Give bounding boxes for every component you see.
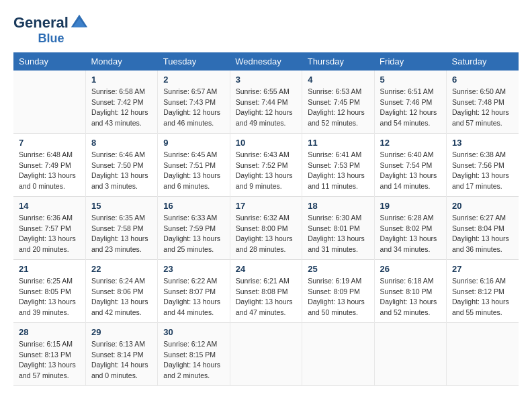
col-header-thursday: Thursday	[302, 52, 374, 71]
day-number: 28	[19, 327, 80, 337]
day-info: Sunrise: 6:24 AM Sunset: 8:06 PM Dayligh…	[91, 276, 152, 318]
day-number: 13	[452, 138, 513, 148]
day-cell: 23Sunrise: 6:22 AM Sunset: 8:07 PM Dayli…	[158, 259, 230, 322]
col-header-tuesday: Tuesday	[158, 52, 230, 71]
day-info: Sunrise: 6:36 AM Sunset: 7:57 PM Dayligh…	[19, 213, 80, 255]
day-cell: 7Sunrise: 6:48 AM Sunset: 7:49 PM Daylig…	[13, 133, 85, 196]
day-info: Sunrise: 6:55 AM Sunset: 7:44 PM Dayligh…	[236, 87, 296, 129]
col-header-friday: Friday	[374, 52, 446, 71]
day-info: Sunrise: 6:33 AM Sunset: 7:59 PM Dayligh…	[163, 213, 224, 255]
day-number: 3	[236, 75, 296, 85]
day-info: Sunrise: 6:16 AM Sunset: 8:12 PM Dayligh…	[452, 276, 513, 318]
day-cell: 3Sunrise: 6:55 AM Sunset: 7:44 PM Daylig…	[230, 71, 302, 134]
day-cell	[230, 322, 302, 385]
day-number: 5	[380, 75, 441, 85]
day-info: Sunrise: 6:12 AM Sunset: 8:15 PM Dayligh…	[163, 339, 224, 381]
day-cell: 11Sunrise: 6:41 AM Sunset: 7:53 PM Dayli…	[302, 133, 374, 196]
day-info: Sunrise: 6:21 AM Sunset: 8:08 PM Dayligh…	[236, 276, 296, 318]
day-cell: 14Sunrise: 6:36 AM Sunset: 7:57 PM Dayli…	[13, 196, 85, 259]
day-number: 16	[163, 201, 224, 211]
day-info: Sunrise: 6:30 AM Sunset: 8:01 PM Dayligh…	[308, 213, 368, 255]
day-cell: 1Sunrise: 6:58 AM Sunset: 7:42 PM Daylig…	[85, 71, 157, 134]
day-cell: 18Sunrise: 6:30 AM Sunset: 8:01 PM Dayli…	[302, 196, 374, 259]
day-cell: 20Sunrise: 6:27 AM Sunset: 8:04 PM Dayli…	[447, 196, 519, 259]
col-header-monday: Monday	[85, 52, 157, 71]
day-info: Sunrise: 6:48 AM Sunset: 7:49 PM Dayligh…	[19, 150, 80, 192]
column-headers: SundayMondayTuesdayWednesdayThursdayFrid…	[13, 52, 519, 71]
day-number: 2	[163, 75, 224, 85]
day-info: Sunrise: 6:15 AM Sunset: 8:13 PM Dayligh…	[19, 339, 80, 381]
day-number: 9	[163, 138, 224, 148]
calendar-body: 1Sunrise: 6:58 AM Sunset: 7:42 PM Daylig…	[13, 71, 519, 386]
day-number: 23	[163, 264, 224, 274]
day-number: 30	[163, 327, 224, 337]
day-info: Sunrise: 6:51 AM Sunset: 7:46 PM Dayligh…	[380, 87, 441, 129]
day-number: 19	[380, 201, 441, 211]
col-header-saturday: Saturday	[447, 52, 519, 71]
day-info: Sunrise: 6:19 AM Sunset: 8:09 PM Dayligh…	[308, 276, 368, 318]
day-number: 22	[91, 264, 152, 274]
week-row-5: 28Sunrise: 6:15 AM Sunset: 8:13 PM Dayli…	[13, 322, 519, 385]
day-cell: 29Sunrise: 6:13 AM Sunset: 8:14 PM Dayli…	[85, 322, 157, 385]
day-number: 18	[308, 201, 368, 211]
day-info: Sunrise: 6:58 AM Sunset: 7:42 PM Dayligh…	[91, 87, 152, 129]
page-header: General Blue	[13, 13, 519, 46]
logo-text: General	[13, 15, 69, 31]
day-cell: 8Sunrise: 6:46 AM Sunset: 7:50 PM Daylig…	[85, 133, 157, 196]
day-number: 14	[19, 201, 80, 211]
day-number: 20	[452, 201, 513, 211]
day-cell: 30Sunrise: 6:12 AM Sunset: 8:15 PM Dayli…	[158, 322, 230, 385]
day-info: Sunrise: 6:46 AM Sunset: 7:50 PM Dayligh…	[91, 150, 152, 192]
day-info: Sunrise: 6:13 AM Sunset: 8:14 PM Dayligh…	[91, 339, 152, 381]
day-cell: 24Sunrise: 6:21 AM Sunset: 8:08 PM Dayli…	[230, 259, 302, 322]
col-header-wednesday: Wednesday	[230, 52, 302, 71]
day-cell: 17Sunrise: 6:32 AM Sunset: 8:00 PM Dayli…	[230, 196, 302, 259]
day-number: 17	[236, 201, 296, 211]
day-cell: 26Sunrise: 6:18 AM Sunset: 8:10 PM Dayli…	[374, 259, 446, 322]
day-info: Sunrise: 6:50 AM Sunset: 7:48 PM Dayligh…	[452, 87, 513, 129]
day-cell	[447, 322, 519, 385]
day-cell: 21Sunrise: 6:25 AM Sunset: 8:05 PM Dayli…	[13, 259, 85, 322]
logo: General Blue	[13, 13, 89, 46]
day-number: 24	[236, 264, 296, 274]
logo-icon	[70, 13, 89, 32]
day-info: Sunrise: 6:41 AM Sunset: 7:53 PM Dayligh…	[308, 150, 368, 192]
day-cell: 9Sunrise: 6:45 AM Sunset: 7:51 PM Daylig…	[158, 133, 230, 196]
day-cell: 2Sunrise: 6:57 AM Sunset: 7:43 PM Daylig…	[158, 71, 230, 134]
day-cell: 25Sunrise: 6:19 AM Sunset: 8:09 PM Dayli…	[302, 259, 374, 322]
week-row-1: 1Sunrise: 6:58 AM Sunset: 7:42 PM Daylig…	[13, 71, 519, 134]
day-number: 15	[91, 201, 152, 211]
day-cell: 16Sunrise: 6:33 AM Sunset: 7:59 PM Dayli…	[158, 196, 230, 259]
day-cell: 5Sunrise: 6:51 AM Sunset: 7:46 PM Daylig…	[374, 71, 446, 134]
day-info: Sunrise: 6:25 AM Sunset: 8:05 PM Dayligh…	[19, 276, 80, 318]
day-number: 7	[19, 138, 80, 148]
day-cell: 4Sunrise: 6:53 AM Sunset: 7:45 PM Daylig…	[302, 71, 374, 134]
day-info: Sunrise: 6:18 AM Sunset: 8:10 PM Dayligh…	[380, 276, 441, 318]
day-cell: 19Sunrise: 6:28 AM Sunset: 8:02 PM Dayli…	[374, 196, 446, 259]
day-info: Sunrise: 6:35 AM Sunset: 7:58 PM Dayligh…	[91, 213, 152, 255]
day-cell	[302, 322, 374, 385]
day-number: 8	[91, 138, 152, 148]
day-number: 10	[236, 138, 296, 148]
week-row-3: 14Sunrise: 6:36 AM Sunset: 7:57 PM Dayli…	[13, 196, 519, 259]
day-cell	[374, 322, 446, 385]
day-number: 27	[452, 264, 513, 274]
calendar-table: SundayMondayTuesdayWednesdayThursdayFrid…	[13, 52, 519, 386]
day-info: Sunrise: 6:28 AM Sunset: 8:02 PM Dayligh…	[380, 213, 441, 255]
col-header-sunday: Sunday	[13, 52, 85, 71]
day-number: 21	[19, 264, 80, 274]
week-row-2: 7Sunrise: 6:48 AM Sunset: 7:49 PM Daylig…	[13, 133, 519, 196]
day-cell: 27Sunrise: 6:16 AM Sunset: 8:12 PM Dayli…	[447, 259, 519, 322]
day-number: 11	[308, 138, 368, 148]
day-info: Sunrise: 6:38 AM Sunset: 7:56 PM Dayligh…	[452, 150, 513, 192]
day-cell: 6Sunrise: 6:50 AM Sunset: 7:48 PM Daylig…	[447, 71, 519, 134]
day-number: 26	[380, 264, 441, 274]
day-number: 1	[91, 75, 152, 85]
day-cell: 22Sunrise: 6:24 AM Sunset: 8:06 PM Dayli…	[85, 259, 157, 322]
logo-blue: Blue	[38, 32, 64, 46]
day-info: Sunrise: 6:32 AM Sunset: 8:00 PM Dayligh…	[236, 213, 296, 255]
day-info: Sunrise: 6:27 AM Sunset: 8:04 PM Dayligh…	[452, 213, 513, 255]
day-info: Sunrise: 6:22 AM Sunset: 8:07 PM Dayligh…	[163, 276, 224, 318]
week-row-4: 21Sunrise: 6:25 AM Sunset: 8:05 PM Dayli…	[13, 259, 519, 322]
day-cell	[13, 71, 85, 134]
